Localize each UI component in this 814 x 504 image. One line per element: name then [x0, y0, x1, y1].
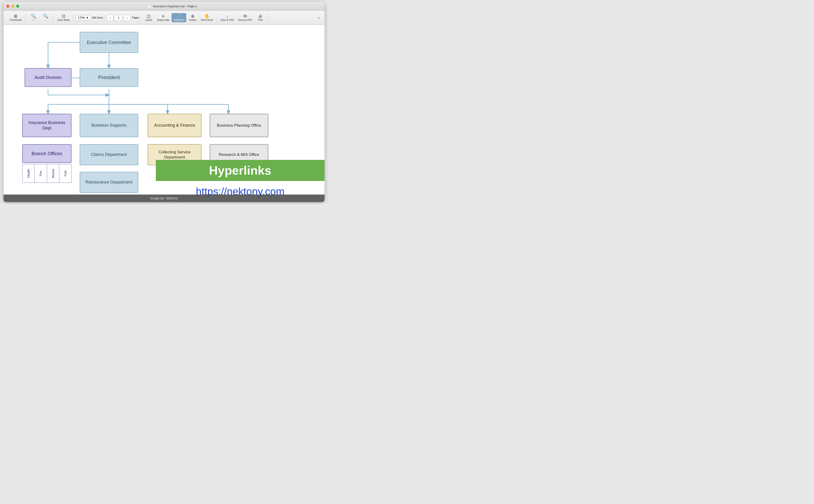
hyperlinks-label: Hyperlinks [173, 19, 184, 21]
zoom-label-button[interactable]: ⊡ Zoom Mode [55, 13, 72, 22]
branch-subcells: Health Fire Marine Auto [22, 164, 71, 183]
bottom-bar-text: Image by: Nektony [150, 196, 178, 200]
print-button[interactable]: 🖨 Print [255, 13, 266, 22]
send-pdf-button[interactable]: ✉ Send as PDF [237, 13, 254, 22]
hand-scroll-icon: ✋ [204, 14, 210, 18]
toolbar: ⊞ Thumbnails 🔍 + 🔍 − ⊡ Zoom Mode 170% [4, 11, 325, 25]
send-pdf-label: Send as PDF [238, 19, 252, 21]
insurance-business-box[interactable]: Insurance Business Dept [22, 114, 71, 137]
executive-committee-box[interactable]: Executive Committee [80, 32, 138, 53]
zoom-display[interactable]: 170% ▼ [76, 15, 91, 20]
zoom-group: 🔍 + 🔍 − [26, 13, 53, 22]
prev-page-button[interactable]: ‹ [107, 15, 113, 21]
hyperlinks-icon: 🔗 [176, 14, 181, 18]
reinsurance-box[interactable]: Reinsurance Department [80, 172, 138, 193]
thumbnails-group: ⊞ Thumbnails [6, 13, 25, 22]
print-label: Print [258, 19, 263, 21]
branch-marine: Marine [47, 164, 59, 183]
branch-auto: Auto [59, 164, 71, 183]
layers-icon: ◫ [147, 14, 151, 18]
hyperlinks-button[interactable]: 🔗 Hyperlinks [171, 13, 186, 22]
business-planning-box[interactable]: Business Planning Office [210, 114, 268, 137]
window-title: Insurance Orgchart.vsd - Page-1 [153, 4, 197, 8]
print-icon: 🖨 [258, 14, 263, 18]
layers-label: Layers [145, 19, 152, 21]
zoom-value-group: 170% ▼ Edit Zoom [74, 15, 104, 20]
hand-scroll-button[interactable]: ✋ Hand Scroll [199, 13, 215, 22]
toolbar-expand-button[interactable]: » [316, 15, 322, 21]
branch-offices-box[interactable]: Branch Offices [22, 144, 71, 163]
title-bar-center: 📄 Insurance Orgchart.vsd - Page-1 [23, 4, 322, 8]
hyperlinks-title: Hyperlinks [209, 163, 271, 177]
edit-zoom-label: Edit Zoom [92, 16, 103, 19]
shape-data-button[interactable]: ≡ Shape Data [155, 13, 171, 22]
zoom-in-label: + [33, 19, 34, 21]
guides-icon: ⊕ [191, 14, 194, 18]
guides-label: Guides [189, 19, 196, 21]
save-pdf-button[interactable]: ↓ Save to PDF [219, 13, 236, 22]
hand-scroll-label: Hand Scroll [201, 19, 213, 21]
shape-data-icon: ≡ [162, 14, 164, 18]
zoom-in-button[interactable]: 🔍 + [28, 13, 39, 22]
page-number: 1 [114, 15, 123, 21]
claims-dept-box[interactable]: Claims Department [80, 144, 138, 165]
traffic-lights [6, 5, 19, 8]
zoom-out-icon: 🔍 [43, 14, 48, 18]
audit-division-box[interactable]: Audit Division [25, 68, 71, 87]
export-group: ↓ Save to PDF ✉ Send as PDF 🖨 Print [218, 13, 268, 22]
save-pdf-label: Save to PDF [221, 19, 234, 21]
thumbnails-label: Thumbnails [10, 19, 22, 21]
save-pdf-icon: ↓ [226, 14, 229, 18]
zoom-out-button[interactable]: 🔍 − [40, 13, 52, 22]
next-page-button[interactable]: › [124, 15, 130, 21]
layers-button[interactable]: ◫ Layers [143, 13, 155, 22]
hyperlinks-green-section: Hyperlinks [156, 160, 325, 181]
zoom-in-icon: 🔍 [31, 14, 36, 18]
application-window: 📄 Insurance Orgchart.vsd - Page-1 ⊞ Thum… [4, 2, 325, 202]
president-box[interactable]: President [80, 68, 138, 87]
document-icon: 📄 [147, 4, 151, 8]
maximize-button[interactable] [16, 5, 19, 8]
accounting-finance-box[interactable]: Accounting & Finance [147, 114, 201, 137]
zoom-dropdown-icon: ▼ [86, 16, 89, 19]
minimize-button[interactable] [11, 5, 14, 8]
thumbnails-icon: ⊞ [14, 14, 17, 18]
business-supports-box[interactable]: Business Supports [80, 114, 138, 137]
zoom-mode-icon: ⊡ [62, 14, 65, 18]
zoom-mode-label: Zoom Mode [57, 19, 70, 21]
send-pdf-icon: ✉ [244, 14, 247, 18]
guides-button[interactable]: ⊕ Guides [187, 13, 198, 22]
zoom-value: 170% [78, 16, 85, 19]
branch-health: Health [22, 164, 35, 183]
view-tools-group: ◫ Layers ≡ Shape Data 🔗 Hyperlinks ⊕ Gui… [141, 13, 217, 22]
canvas-area: Executive Committee Audit Division Presi… [4, 25, 325, 202]
title-bar: 📄 Insurance Orgchart.vsd - Page-1 [4, 2, 325, 11]
zoom-label-group: ⊡ Zoom Mode [54, 13, 73, 22]
zoom-out-label: − [45, 19, 46, 21]
shape-data-label: Shape Data [157, 19, 169, 21]
bottom-bar: Image by: Nektony [4, 195, 325, 202]
pages-group: ‹ 1 › Pages [105, 15, 140, 21]
thumbnails-button[interactable]: ⊞ Thumbnails [8, 13, 24, 22]
pages-label: Pages [132, 16, 139, 19]
close-button[interactable] [6, 5, 9, 8]
branch-fire: Fire [35, 164, 47, 183]
